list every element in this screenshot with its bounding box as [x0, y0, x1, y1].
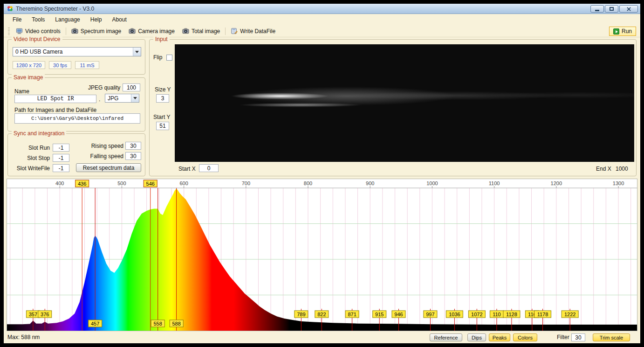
window-title: Theremino Spectrometer - V3.0	[16, 6, 94, 12]
falling-speed-label: Falling speed	[72, 153, 123, 160]
menu-bar: File Tools Language Help About	[4, 14, 640, 25]
toolbar-total-image[interactable]: Total image	[178, 27, 224, 35]
x-tick-label: 700	[242, 180, 250, 186]
image-name-field[interactable]: LED Spot IR	[14, 95, 96, 103]
falling-speed-field[interactable]: 30	[125, 152, 141, 160]
video-device-value: 0 HD USB Camera	[13, 49, 133, 55]
start-y-label: Start Y	[153, 114, 170, 120]
menu-tools[interactable]: Tools	[27, 15, 50, 24]
input-group-label: Input	[153, 36, 170, 42]
peak-label: 915	[375, 312, 384, 317]
end-x-label: End X	[596, 166, 611, 172]
x-tick-label: 900	[366, 180, 374, 186]
window-body: Theremino Spectrometer - V3.0 File Tools…	[4, 4, 640, 343]
status-bar: Max: 588 nm Reference Dips Peaks Colors …	[4, 331, 640, 343]
x-tick-label: 1000	[426, 180, 438, 186]
rising-speed-field[interactable]: 30	[125, 142, 141, 150]
filter-label: Filter	[557, 334, 569, 340]
flip-label: Flip	[153, 54, 162, 61]
toolbar: Video controls Spectrum image Camera ima…	[4, 25, 640, 37]
x-tick-label: 400	[55, 180, 64, 186]
close-button[interactable]	[619, 5, 638, 13]
fps-button[interactable]: 30 fps	[49, 61, 71, 69]
camera-icon	[71, 28, 78, 35]
spectrum-chart[interactable]: 4005006007008009001000110012001300436546…	[7, 179, 637, 331]
slot-stop-label: Slot Stop	[10, 155, 50, 161]
peak-label: 871	[348, 312, 356, 317]
save-image-group-label: Save image	[12, 74, 45, 81]
image-format-value: JPG	[105, 95, 131, 102]
dips-button[interactable]: Dips	[467, 333, 486, 341]
input-group: Input Flip Size Y 3 Start Y 51 Start X 0…	[149, 39, 637, 176]
peak-label: 789	[297, 312, 305, 317]
video-device-select[interactable]: 0 HD USB Camera	[13, 47, 141, 56]
peak-label: 376	[41, 312, 49, 317]
path-field[interactable]: C:\Users\GaryG\Desktop\infared	[14, 113, 140, 124]
menu-file[interactable]: File	[7, 15, 27, 24]
peak-label: 997	[426, 312, 434, 317]
run-label: Run	[622, 28, 632, 35]
max-peak-readout: Max: 588 nm	[7, 334, 40, 340]
start-x-field[interactable]: 0	[199, 164, 219, 172]
menu-help[interactable]: Help	[85, 15, 107, 24]
resolution-button[interactable]: 1280 x 720	[13, 61, 45, 69]
image-format-select[interactable]: JPG	[105, 94, 139, 103]
titlebar: Theremino Spectrometer - V3.0	[4, 4, 640, 14]
peak-label: 436	[78, 181, 86, 187]
minimize-button[interactable]	[590, 5, 604, 13]
slot-writefile-field[interactable]: -1	[53, 164, 69, 172]
toolbar-separator	[225, 28, 226, 35]
toolbar-label: Write DataFile	[240, 28, 275, 35]
run-button[interactable]: Run	[609, 27, 636, 36]
start-y-field[interactable]: 51	[156, 122, 169, 130]
x-tick-label: 1200	[551, 180, 562, 186]
maximize-button[interactable]	[605, 5, 618, 13]
slot-run-field[interactable]: -1	[53, 144, 69, 152]
app-window: Theremino Spectrometer - V3.0 File Tools…	[0, 0, 644, 347]
menu-language[interactable]: Language	[50, 15, 85, 24]
dropdown-arrow-icon	[131, 94, 139, 102]
peaks-button[interactable]: Peaks	[489, 333, 510, 341]
end-x-value: 1000	[616, 166, 628, 172]
toolbar-spectrum-image[interactable]: Spectrum image	[68, 27, 125, 35]
x-tick-label: 600	[179, 180, 188, 186]
slot-stop-field[interactable]: -1	[53, 154, 69, 162]
peak-label: 822	[317, 312, 326, 317]
app-icon	[7, 5, 14, 12]
peak-label: 546	[146, 181, 155, 187]
size-y-label: Size Y	[155, 86, 171, 93]
peak-label: 588	[172, 321, 180, 326]
filter-field[interactable]: 30	[571, 333, 585, 341]
jpeg-quality-field[interactable]: 100	[123, 83, 140, 91]
save-image-group: Save image JPEG quality 100 Name LED Spo…	[7, 77, 145, 132]
menu-about[interactable]: About	[107, 15, 131, 24]
peak-label: 558	[154, 321, 162, 326]
x-tick-label: 1300	[613, 180, 624, 186]
x-tick-label: 800	[304, 180, 312, 186]
flip-checkbox[interactable]	[166, 55, 172, 61]
toolbar-write-datafile[interactable]: Write DataFile	[227, 27, 279, 35]
toolbar-label: Video controls	[25, 28, 61, 35]
path-label: Path for Images and the DataFile	[14, 107, 96, 113]
peak-label: 946	[394, 312, 403, 317]
size-y-field[interactable]: 3	[156, 94, 169, 103]
reference-button[interactable]: Reference	[430, 333, 462, 341]
colors-button[interactable]: Colors	[513, 333, 537, 341]
toolbar-video-controls[interactable]: Video controls	[12, 27, 64, 35]
video-controls-icon	[16, 28, 23, 35]
camera-icon	[129, 28, 136, 35]
sync-group-label: Sync and integration	[12, 130, 66, 137]
close-icon	[627, 7, 631, 11]
toolbar-camera-image[interactable]: Camera image	[125, 27, 178, 35]
spectrum-chart-canvas: 4005006007008009001000110012001300436546…	[7, 179, 637, 331]
video-input-group: Video Input Device 0 HD USB Camera 1280 …	[7, 39, 145, 75]
toolbar-separator	[66, 28, 66, 35]
toolbar-label: Spectrum image	[81, 28, 121, 35]
slot-run-label: Slot Run	[10, 145, 50, 151]
toolbar-label: Total image	[192, 28, 220, 35]
name-extension-dot: .	[99, 96, 100, 103]
trim-scale-button[interactable]: Trim scale	[593, 333, 630, 341]
sync-group: Sync and integration Slot Run -1 Slot St…	[7, 133, 145, 176]
frame-time-button[interactable]: 11 mS	[75, 61, 99, 69]
reset-spectrum-button[interactable]: Reset spectrum data	[76, 163, 141, 172]
